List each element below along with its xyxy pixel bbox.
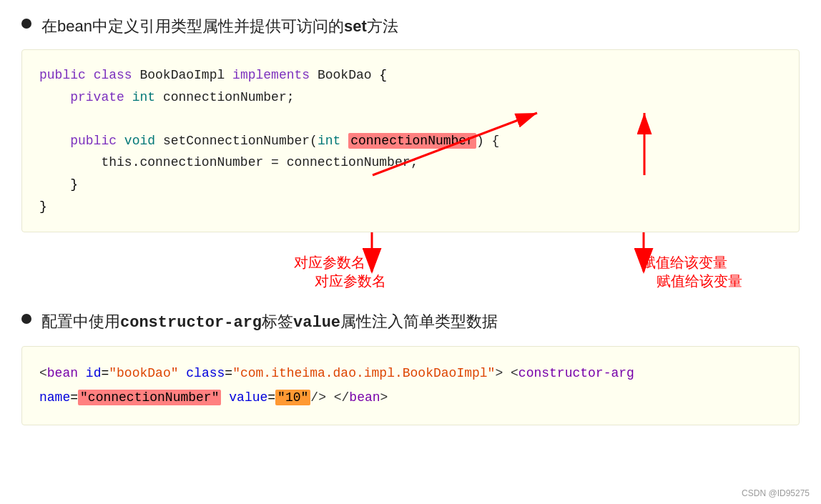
annotations-area: 对应参数名 赋值给该变量	[21, 232, 800, 304]
code-line-3	[39, 108, 782, 130]
annotation-label-duiying: 对应参数名	[315, 272, 386, 291]
bullet-text-after-1: 方法	[367, 17, 398, 35]
bullet-text-2: 配置中使用constructor-arg标签value属性注入简单类型数据	[41, 310, 498, 335]
watermark: CSDN @ID95275	[742, 488, 810, 498]
code-line-7: }	[39, 196, 782, 218]
page-container: 在bean中定义引用类型属性并提供可访问的set方法 public class …	[0, 0, 821, 504]
bullet-text-before-2: 配置中使用	[41, 312, 120, 330]
bullet-keyword-set: set	[344, 17, 367, 35]
code-line-6: }	[39, 174, 782, 196]
bullet-keyword-value: value	[293, 314, 340, 332]
annotation-arrows	[21, 232, 800, 304]
annotation-label-fuzhi: 赋值给该变量	[657, 272, 742, 291]
code-block-1: public class BookDaoImpl implements Book…	[21, 49, 800, 232]
code-block-2: <bean id="bookDao" class="com.itheima.da…	[21, 346, 800, 425]
bullet-section-1: 在bean中定义引用类型属性并提供可访问的set方法	[21, 14, 800, 38]
bullet-text-after-2: 属性注入简单类型数据	[340, 312, 498, 330]
bullet-dot-1	[21, 19, 31, 29]
xml-line-3: </bean>	[334, 390, 388, 405]
code-line-5: this.connectionNumber = connectionNumber…	[39, 152, 782, 174]
bullet-text-before-1: 在bean中定义引用类型属性并提供可访问的	[41, 17, 344, 35]
xml-line-1: <bean id="bookDao" class="com.itheima.da…	[39, 366, 503, 380]
bullet-section-2: 配置中使用constructor-arg标签value属性注入简单类型数据	[21, 310, 800, 335]
code-line-4: public void setConnectionNumber(int conn…	[39, 130, 782, 152]
bullet-text-middle-2: 标签	[262, 312, 293, 330]
code-line-2: private int connectionNumber;	[39, 87, 782, 109]
code-line-1: public class BookDaoImpl implements Book…	[39, 64, 782, 87]
bullet-text-1: 在bean中定义引用类型属性并提供可访问的set方法	[41, 14, 398, 38]
bullet-dot-2	[21, 314, 31, 324]
bullet-keyword-constructor: constructor-arg	[120, 314, 262, 332]
